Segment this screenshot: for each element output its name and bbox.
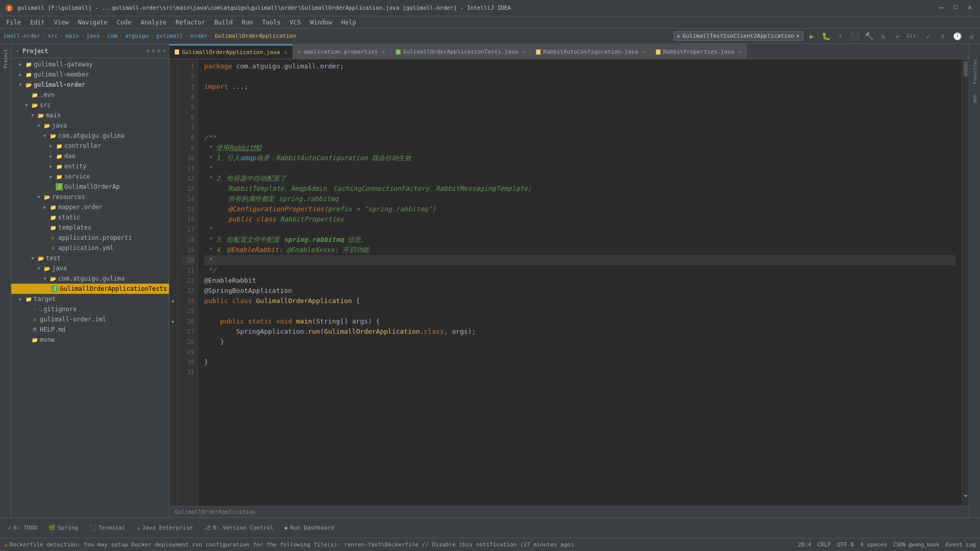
- project-dropdown-arrow[interactable]: ▾: [14, 48, 20, 54]
- tab-rabbit-properties[interactable]: J RabbitProperties.java ✕: [651, 44, 747, 59]
- indent[interactable]: 4 spaces: [860, 541, 887, 548]
- tab-close-btn[interactable]: ✕: [642, 49, 645, 55]
- scroll-arrow-down[interactable]: [963, 493, 968, 500]
- tree-item-test[interactable]: ▼ 📂 test: [11, 253, 169, 263]
- tree-item-main[interactable]: ▼ 📂 main: [11, 110, 169, 120]
- event-log[interactable]: Event Log: [945, 541, 976, 548]
- tab-app-properties[interactable]: ⚙ application.properties ✕: [293, 44, 391, 59]
- tree-item-member[interactable]: ▶ 📁 gulimall-member: [11, 69, 169, 80]
- web-label[interactable]: Web: [972, 94, 977, 103]
- cursor-position[interactable]: 20:4: [798, 541, 812, 548]
- git-update-btn[interactable]: ↑: [937, 31, 948, 42]
- tree-item-resources[interactable]: ▼ 📂 resources: [11, 192, 169, 202]
- bottom-tab-todo[interactable]: ✓ 6: TODO: [3, 521, 42, 535]
- menu-vcs[interactable]: VCS: [286, 18, 305, 27]
- menu-file[interactable]: File: [2, 18, 25, 27]
- tab-gulimall-order-app[interactable]: J GulimallOrderApplication.java ✕: [169, 44, 293, 59]
- menu-tools[interactable]: Tools: [258, 18, 285, 27]
- tree-item-app-yml[interactable]: ▶ ⚙ application.yml: [11, 243, 169, 253]
- locate-icon[interactable]: ⊙: [146, 47, 150, 54]
- run-btn[interactable]: ▶: [806, 31, 818, 42]
- breadcrumb-gulimall[interactable]: gulimall: [156, 33, 183, 39]
- window-controls[interactable]: ─ □ ✕: [936, 3, 975, 13]
- tree-item-help-md[interactable]: ▶ M HELP.md: [11, 324, 169, 335]
- tree-item-src[interactable]: ▼ 📂 src: [11, 100, 169, 110]
- menu-analyze[interactable]: Analyze: [136, 18, 170, 27]
- debug-btn[interactable]: 🐛: [821, 31, 832, 42]
- tree-item-gulimall-order-app[interactable]: ▶ J GulimallOrderAp: [11, 182, 169, 192]
- tab-close-btn[interactable]: ✕: [284, 49, 287, 55]
- menu-refactor[interactable]: Refactor: [172, 18, 209, 27]
- charset[interactable]: UTF-8: [837, 541, 854, 548]
- tab-close-btn[interactable]: ✕: [738, 49, 741, 55]
- tree-item-dao[interactable]: ▶ 📁 dao: [11, 151, 169, 161]
- settings-icon[interactable]: ⚙: [157, 47, 161, 54]
- run-config-selector[interactable]: ▶ GulimallTestSsoClient2Application ▾: [674, 31, 803, 41]
- menu-code[interactable]: Code: [113, 18, 136, 27]
- build-btn[interactable]: 🔨: [864, 31, 875, 42]
- menu-edit[interactable]: Edit: [26, 18, 49, 27]
- tree-item-mvnw[interactable]: ▶ 📁 mvnw: [11, 335, 169, 345]
- bottom-tab-run-dashboard[interactable]: ▶ Run Dashboard: [280, 521, 339, 535]
- close-panel-icon[interactable]: ✕: [162, 47, 166, 54]
- menu-build[interactable]: Build: [210, 18, 237, 27]
- tree-item-java-test[interactable]: ▼ 📂 java: [11, 263, 169, 273]
- tree-item-service[interactable]: ▶ 📁 service: [11, 171, 169, 182]
- close-btn[interactable]: ✕: [965, 3, 975, 13]
- tree-item-com-atguigu[interactable]: ▼ 📂 com.atguigu.gulima: [11, 131, 169, 141]
- editor-scrollbar[interactable]: [962, 59, 969, 506]
- tree-item-iml[interactable]: ▶ ⚙ gulimall-order.iml: [11, 314, 169, 324]
- line-num-13: 13: [181, 184, 194, 194]
- tab-close-btn[interactable]: ✕: [522, 49, 525, 55]
- breadcrumb-project[interactable]: imall-order: [3, 33, 40, 39]
- undo-btn[interactable]: ↩: [892, 31, 903, 42]
- menu-run[interactable]: Run: [238, 18, 257, 27]
- tree-label: target: [34, 295, 56, 303]
- breadcrumb-com[interactable]: com: [107, 33, 117, 39]
- menu-navigate[interactable]: Navigate: [74, 18, 112, 27]
- maximize-btn[interactable]: □: [950, 3, 961, 13]
- breadcrumb-main[interactable]: main: [65, 33, 79, 39]
- tree-item-order[interactable]: ▼ 📂 gulimall-order: [11, 80, 169, 90]
- tree-item-com-atguigu-test[interactable]: ▼ 📂 com.atguigu.gulima: [11, 273, 169, 284]
- tree-item-target[interactable]: ▶ 📁 target: [11, 294, 169, 304]
- git-check-btn[interactable]: ✓: [923, 31, 934, 42]
- tree-item-mvn[interactable]: ▶ 📁 .mvn: [11, 90, 169, 100]
- tree-item-controller[interactable]: ▶ 📁 controller: [11, 141, 169, 151]
- tree-item-templates[interactable]: ▶ 📁 templates: [11, 222, 169, 233]
- breadcrumb-java[interactable]: java: [86, 33, 100, 39]
- favorites-label[interactable]: Favorites: [972, 59, 977, 84]
- tree-item-app-properties[interactable]: ▶ ⚙ application.properti: [11, 233, 169, 243]
- tree-item-gulimall-order-app-test[interactable]: ▶ J GulimallOrderApplicationTests: [11, 284, 169, 294]
- tree-item-mapper-order[interactable]: ▶ 📁 mapper.order: [11, 202, 169, 212]
- menu-window[interactable]: Window: [306, 18, 336, 27]
- tree-item-entity[interactable]: ▶ 📁 entity: [11, 161, 169, 171]
- line-ending[interactable]: CRLF: [817, 541, 831, 548]
- code-content[interactable]: package com.atguigu.gulimall.order; impo…: [198, 59, 962, 506]
- tab-close-btn[interactable]: ✕: [382, 49, 385, 55]
- bottom-tab-terminal[interactable]: ⬛ Terminal: [84, 521, 131, 535]
- tab-order-app-tests[interactable]: J GulimallOrderApplicationTests.java ✕: [390, 44, 531, 59]
- bottom-tab-spring[interactable]: 🌿 Spring: [43, 521, 83, 535]
- stop-btn[interactable]: ⬛: [849, 31, 861, 42]
- breadcrumb-src[interactable]: src: [47, 33, 58, 39]
- project-panel-toggle[interactable]: Project: [2, 47, 9, 70]
- tree-item-gateway[interactable]: ▶ 📁 gulimall-gateway: [11, 59, 169, 69]
- git-revert-btn[interactable]: ↺: [966, 31, 977, 42]
- breadcrumb-order[interactable]: order: [190, 33, 207, 39]
- collapse-all-icon[interactable]: ≡: [152, 47, 155, 54]
- sync-btn[interactable]: ↻: [878, 31, 889, 42]
- git-history-btn[interactable]: 🕐: [951, 31, 963, 42]
- tree-item-gitignore[interactable]: ▶ · .gitignore: [11, 304, 169, 314]
- tree-item-static[interactable]: ▶ 📁 static: [11, 212, 169, 222]
- minimize-btn[interactable]: ─: [936, 3, 946, 13]
- tree-item-java-main[interactable]: ▼ 📂 java: [11, 120, 169, 131]
- editor-footer: GulimallOrderApplication: [169, 506, 969, 517]
- coverage-btn[interactable]: ⚡: [835, 31, 846, 42]
- menu-view[interactable]: View: [50, 18, 73, 27]
- breadcrumb-atguigu[interactable]: atguigu: [125, 33, 149, 39]
- tab-rabbit-auto-config[interactable]: J RabbitAutoConfiguration.java ✕: [531, 44, 651, 59]
- bottom-tab-java-enterprise[interactable]: ☕ Java Enterprise: [132, 521, 198, 535]
- bottom-tab-version-control[interactable]: ⎇ 9: Version Control: [199, 521, 279, 535]
- menu-help[interactable]: Help: [337, 18, 360, 27]
